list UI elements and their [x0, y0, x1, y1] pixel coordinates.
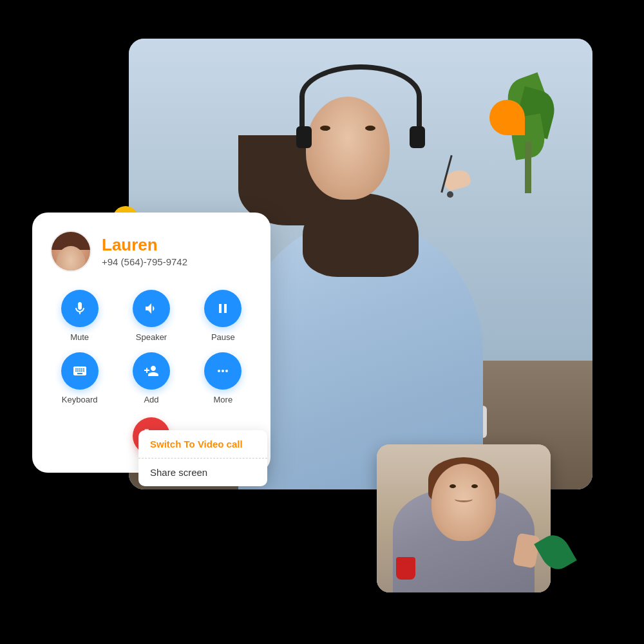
pause-button[interactable]: [204, 290, 242, 327]
speaker-icon: [144, 301, 159, 316]
keyboard-button[interactable]: [61, 352, 99, 390]
avatar: [50, 231, 91, 272]
keyboard-label: Keyboard: [62, 395, 98, 404]
microphone-icon: [72, 301, 88, 316]
add-person-icon: [144, 363, 159, 379]
mute-button[interactable]: [61, 290, 99, 327]
pause-icon: [215, 301, 231, 316]
caller-details: Lauren +94 (564)-795-9742: [102, 235, 187, 267]
caller-phone: +94 (564)-795-9742: [102, 256, 187, 267]
pause-label: Pause: [211, 332, 235, 342]
add-button[interactable]: [133, 352, 170, 390]
more-button-item[interactable]: More: [194, 352, 252, 404]
action-buttons-grid: Mute Speaker Pause: [50, 290, 252, 404]
small-video-thumbnail: [377, 444, 551, 592]
mute-button-item[interactable]: Mute: [50, 290, 109, 342]
mute-label: Mute: [70, 332, 89, 342]
caller-name: Lauren: [102, 235, 187, 255]
caller-info: Lauren +94 (564)-795-9742: [50, 231, 252, 272]
speaker-button[interactable]: [133, 290, 170, 327]
orange-dot-decoration: [489, 100, 525, 135]
pause-button-item[interactable]: Pause: [194, 290, 252, 342]
speaker-label: Speaker: [136, 332, 167, 342]
add-label: Add: [144, 395, 158, 404]
more-icon: [215, 363, 231, 379]
switch-to-video-item[interactable]: Switch To Video call: [138, 430, 267, 458]
scene: Lauren +94 (564)-795-9742 Mute: [0, 0, 644, 644]
speaker-button-item[interactable]: Speaker: [122, 290, 180, 342]
share-screen-item[interactable]: Share screen: [138, 458, 267, 486]
more-button[interactable]: [204, 352, 242, 390]
dropdown-menu: Switch To Video call Share screen: [138, 430, 267, 486]
keyboard-button-item[interactable]: Keyboard: [50, 352, 109, 404]
more-label: More: [214, 395, 233, 404]
add-button-item[interactable]: Add: [122, 352, 180, 404]
keyboard-icon: [72, 363, 88, 379]
